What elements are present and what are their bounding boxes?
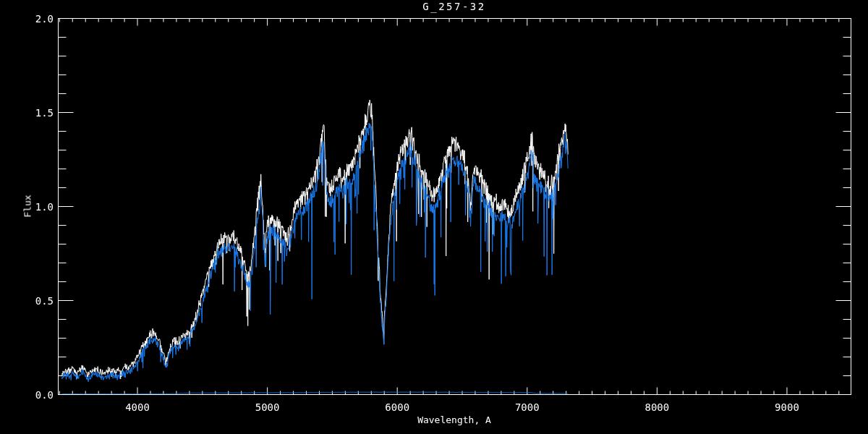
x-tick-label: 8000 xyxy=(645,401,670,413)
chart-title: G_257-32 xyxy=(422,1,485,12)
spectrum-chart-canvas xyxy=(0,0,868,434)
y-tick-label: 0.5 xyxy=(0,295,54,307)
y-tick-label: 0.0 xyxy=(0,389,54,401)
x-tick-label: 6000 xyxy=(385,401,409,413)
x-tick-label: 9000 xyxy=(775,401,799,413)
x-axis-label: Wavelength, A xyxy=(417,414,491,425)
x-tick-label: 4000 xyxy=(125,401,150,413)
x-tick-label: 5000 xyxy=(255,401,280,413)
x-tick-label: 7000 xyxy=(515,401,540,413)
y-tick-label: 1.0 xyxy=(0,201,54,213)
y-tick-label: 2.0 xyxy=(0,13,54,25)
spectrum-plot-window: G_257-32 Wavelength, A Flux 400050006000… xyxy=(0,0,868,434)
y-tick-label: 1.5 xyxy=(0,107,54,119)
